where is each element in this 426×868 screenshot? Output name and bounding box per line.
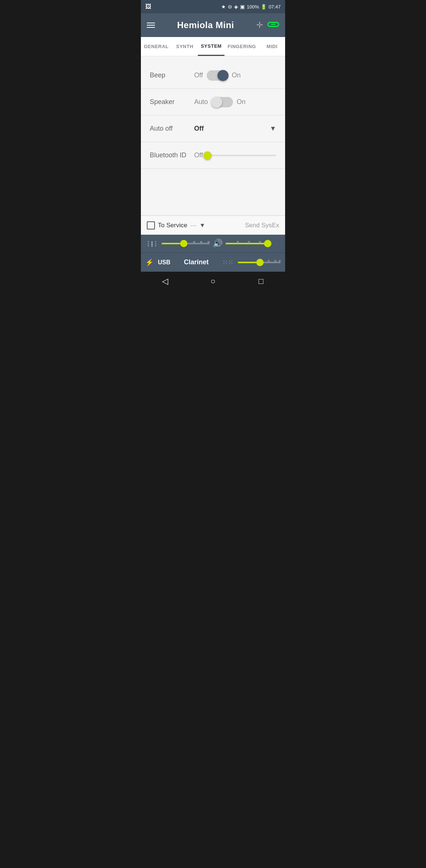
speaker-toggle-container: Auto On — [194, 97, 246, 107]
battery-icon: 🔋 — [261, 4, 267, 10]
autooff-dropdown[interactable]: Off ▼ — [194, 123, 276, 134]
speaker-toggle[interactable] — [212, 97, 233, 107]
link-button[interactable] — [267, 22, 279, 29]
usb-icon: ⚡ — [145, 258, 153, 267]
beep-off-label: Off — [194, 71, 203, 79]
vibrate-icon: ⋮|⋮ — [145, 240, 159, 247]
tabs-bar: GENERAL SYNTH SYSTEM FINGERING MIDI — [141, 37, 285, 56]
status-bar: 🖼 ★ ⊖ ◈ ▣ 100% 🔋 07:47 — [141, 0, 285, 13]
beep-toggle-container: Off On — [194, 70, 241, 81]
empty-space — [141, 169, 285, 215]
back-button[interactable]: ◁ — [158, 274, 172, 289]
bluetoothid-slider[interactable] — [207, 155, 276, 156]
instrument-label: Clarinet — [175, 258, 218, 266]
status-left: 🖼 — [145, 3, 151, 10]
service-dropdown-arrow[interactable]: ▼ — [199, 222, 205, 229]
bluetoothid-label: Bluetooth ID — [150, 151, 187, 159]
beep-control: Off On — [194, 70, 276, 81]
beep-toggle[interactable] — [207, 70, 228, 81]
bluetoothid-off-label: Off — [194, 151, 203, 159]
tab-midi[interactable]: MIDI — [259, 38, 285, 55]
dots-icon: ⁙⁙ — [222, 258, 233, 267]
volume-slider-left[interactable] — [162, 243, 210, 244]
tab-synth[interactable]: SYNTH — [172, 38, 198, 55]
bluetooth-icon: ★ — [221, 4, 226, 10]
bluetoothid-setting: Bluetooth ID Off — [141, 142, 285, 169]
send-sysex-button[interactable]: Send SysEx — [245, 222, 279, 229]
wifi-icon: ◈ — [234, 4, 238, 10]
usb-label: USB — [158, 259, 170, 266]
tab-fingering[interactable]: FINGERING — [224, 38, 259, 55]
volume-slider-right[interactable] — [226, 243, 270, 244]
autooff-setting: Auto off Off ▼ — [141, 115, 285, 142]
tab-general[interactable]: GENERAL — [141, 38, 172, 55]
service-label: To Service — [158, 222, 187, 229]
tab-system[interactable]: SYSTEM — [198, 37, 224, 56]
autooff-label: Auto off — [150, 125, 187, 133]
header: Hemiola Mini ✛ — [141, 13, 285, 37]
speaker-label: Speaker — [150, 98, 187, 106]
settings-content: Beep Off On Speaker Auto — [141, 56, 285, 215]
bluetoothid-slider-container: Off — [194, 151, 276, 159]
autooff-control: Off ▼ — [194, 123, 276, 134]
app-title: Hemiola Mini — [177, 20, 234, 30]
autooff-arrow: ▼ — [270, 125, 276, 133]
block-icon: ⊖ — [228, 4, 232, 10]
notification-icon: 🖼 — [145, 3, 151, 10]
bluetoothid-control: Off — [194, 151, 276, 159]
home-button[interactable]: ○ — [206, 274, 220, 289]
recent-button[interactable]: □ — [254, 274, 268, 289]
beep-setting: Beep Off On — [141, 62, 285, 89]
clock: 07:47 — [268, 4, 281, 10]
status-right: ★ ⊖ ◈ ▣ 100% 🔋 07:47 — [221, 4, 281, 10]
pitch-slider[interactable] — [238, 262, 281, 263]
nav-bar: ◁ ○ □ — [141, 272, 285, 291]
info-bar: ⚡ USB Clarinet ⁙⁙ — [141, 252, 285, 272]
controls-bar: ⋮|⋮ 🔊 — [141, 235, 285, 252]
speaker-control: Auto On — [194, 97, 276, 107]
header-right: ✛ — [256, 20, 279, 30]
autooff-value: Off — [194, 125, 204, 133]
service-checkbox[interactable] — [147, 221, 155, 229]
battery-percent: 100% — [247, 4, 259, 10]
service-bar: To Service --- ▼ Send SysEx — [141, 215, 285, 235]
service-value: --- — [190, 222, 196, 229]
menu-button[interactable] — [147, 23, 155, 28]
dpad-icon[interactable]: ✛ — [256, 20, 263, 30]
speaker-off-label: Auto — [194, 98, 208, 106]
volume-icon: 🔊 — [213, 239, 223, 248]
speaker-setting: Speaker Auto On — [141, 89, 285, 115]
beep-label: Beep — [150, 71, 187, 79]
speaker-on-label: On — [237, 98, 246, 106]
signal-icon: ▣ — [240, 4, 245, 10]
header-left — [147, 23, 155, 28]
beep-on-label: On — [232, 71, 241, 79]
